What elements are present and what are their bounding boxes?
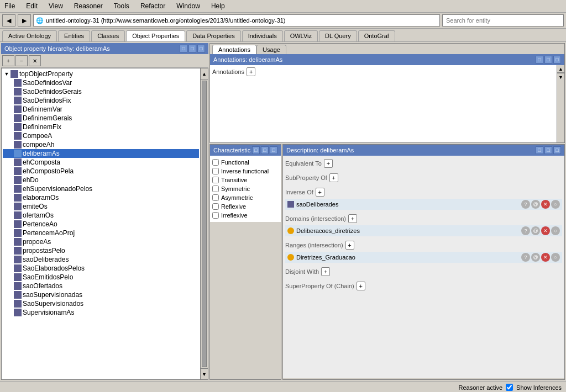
desc-section-add-button[interactable]: + [316, 188, 324, 197]
desc-at-button[interactable]: @ [531, 253, 540, 262]
tree-area[interactable]: ▼ topObjectProperty SaoDefinidosVarSaoDe… [1, 68, 208, 380]
desc-icon-2[interactable]: □ [544, 146, 552, 154]
tree-item[interactable]: PertenceAo [3, 220, 199, 229]
tree-item[interactable]: deliberamAs [3, 149, 199, 158]
char-icon-2[interactable]: □ [261, 146, 269, 154]
tree-item[interactable]: saoOfertados [3, 282, 199, 290]
search-input[interactable] [442, 14, 564, 27]
scroll-up[interactable]: ▲ [201, 68, 208, 80]
desc-at-button[interactable]: @ [531, 226, 540, 235]
characteristic-checkbox[interactable] [212, 186, 219, 192]
tree-panel-icon-2[interactable]: □ [188, 45, 196, 52]
tree-item-root[interactable]: ▼ topObjectProperty [3, 70, 199, 78]
tree-remove-button[interactable]: − [15, 55, 28, 66]
ann-scrollbar[interactable]: ▲ ▼ [557, 65, 564, 142]
ann-scroll-down[interactable]: ▼ [557, 73, 564, 81]
tree-item[interactable]: SaoEmitidosPelo [3, 273, 199, 282]
tree-item[interactable]: SaoSupervisionados [3, 299, 199, 308]
tree-item[interactable]: DefininemVar [3, 105, 199, 114]
tree-item[interactable]: propostasPelo [3, 246, 199, 255]
tree-item[interactable]: ehSupervisionadoPelos [3, 184, 199, 193]
desc-info-button[interactable]: ? [521, 200, 530, 209]
desc-icon-3[interactable]: □ [553, 146, 561, 154]
desc-section-add-button[interactable]: + [345, 241, 354, 250]
ann-icon-1[interactable]: □ [536, 56, 543, 63]
tab-entities[interactable]: Entities [58, 30, 90, 41]
desc-section-add-button[interactable]: + [348, 214, 357, 223]
desc-remove-button[interactable]: ✕ [541, 200, 550, 209]
tree-item[interactable]: elaboramOs [3, 193, 199, 202]
scroll-down[interactable]: ▼ [201, 368, 208, 379]
desc-section-add-button[interactable]: + [324, 159, 333, 168]
menu-window[interactable]: Window [174, 1, 202, 11]
menu-tools[interactable]: Tools [112, 1, 132, 11]
tab-classes[interactable]: Classes [91, 30, 125, 41]
tree-item[interactable]: SaoDefinidosVar [3, 78, 199, 87]
tree-panel-icon-1[interactable]: □ [180, 45, 187, 52]
desc-section-add-button[interactable]: + [321, 267, 330, 276]
annotations-add-button[interactable]: + [247, 67, 255, 76]
scroll-thumb[interactable] [202, 81, 207, 367]
char-icon-3[interactable]: □ [270, 146, 277, 154]
back-button[interactable]: ◀ [2, 14, 15, 27]
tab-individuals[interactable]: Individuals [242, 30, 283, 41]
menu-help[interactable]: Help [209, 1, 227, 11]
desc-remove-button[interactable]: ✕ [541, 226, 550, 235]
ann-icon-2[interactable]: □ [544, 56, 552, 63]
tree-item[interactable]: compoeAh [3, 140, 199, 149]
tab-usage[interactable]: Usage [256, 45, 286, 54]
tree-item[interactable]: PertencemAoProj [3, 229, 199, 237]
menu-reasoner[interactable]: Reasoner [72, 1, 105, 11]
menu-refactor[interactable]: Refactor [138, 1, 167, 11]
characteristic-checkbox[interactable] [212, 194, 219, 201]
characteristic-checkbox[interactable] [212, 177, 219, 183]
tree-item[interactable]: CompoeA [3, 131, 199, 140]
desc-remove-button[interactable]: ✕ [541, 253, 550, 262]
tab-ontograf[interactable]: OntoGraf [358, 30, 395, 41]
tree-item[interactable]: DefininemFix [3, 123, 199, 131]
characteristic-checkbox[interactable] [212, 203, 219, 210]
menu-edit[interactable]: Edit [24, 1, 40, 11]
tree-item[interactable]: SaoElaboradosPelos [3, 264, 199, 273]
tree-item[interactable]: ehDo [3, 176, 199, 184]
tab-owlviz[interactable]: OWLViz [284, 30, 318, 41]
desc-at-button[interactable]: @ [531, 200, 540, 209]
characteristic-checkbox[interactable] [212, 212, 219, 219]
menu-view[interactable]: View [46, 1, 65, 11]
characteristic-checkbox[interactable] [212, 159, 219, 166]
tab-object-properties[interactable]: Object Properties [126, 30, 185, 41]
desc-close-button[interactable]: ○ [551, 226, 560, 235]
characteristic-checkbox[interactable] [212, 168, 219, 174]
url-bar[interactable]: 🌐 untitled-ontology-31 (http://www.seman… [33, 14, 440, 27]
ann-icon-3[interactable]: □ [553, 56, 561, 63]
desc-section-add-button[interactable]: + [357, 282, 365, 290]
tree-item[interactable]: SaoDefinidosGerais [3, 87, 199, 96]
tree-item[interactable]: saoSupervisionadas [3, 290, 199, 299]
tab-data-properties[interactable]: Data Properties [186, 30, 240, 41]
tree-delete-button[interactable]: ✕ [29, 55, 41, 66]
tree-item[interactable]: SaoDefinidosFix [3, 96, 199, 105]
ann-scroll-up[interactable]: ▲ [557, 65, 564, 73]
tree-scrollbar[interactable]: ▲ ▼ [200, 68, 208, 379]
tab-annotations[interactable]: Annotations [212, 45, 256, 54]
tab-active-ontology[interactable]: Active Ontology [2, 30, 57, 41]
desc-section-add-button[interactable]: + [329, 173, 338, 182]
char-icon-1[interactable]: □ [252, 146, 260, 154]
tree-panel-icon-3[interactable]: □ [197, 45, 205, 52]
tab-dl-query[interactable]: DL Query [319, 30, 357, 41]
tree-item[interactable]: ehComposta [3, 158, 199, 167]
desc-close-button[interactable]: ○ [551, 200, 560, 209]
tree-item[interactable]: emiteOs [3, 202, 199, 211]
desc-icon-1[interactable]: □ [536, 146, 543, 154]
desc-close-button[interactable]: ○ [551, 253, 560, 262]
forward-button[interactable]: ▶ [18, 14, 31, 27]
tree-item[interactable]: ehCompostoPela [3, 167, 199, 176]
tree-item[interactable]: saoDeliberades [3, 255, 199, 264]
tree-item[interactable]: propoeAs [3, 237, 199, 246]
tree-item[interactable]: DefininemGerais [3, 114, 199, 123]
tree-item[interactable]: ofertamOs [3, 211, 199, 220]
desc-info-button[interactable]: ? [521, 226, 530, 235]
show-inferences-checkbox[interactable] [506, 384, 513, 391]
desc-info-button[interactable]: ? [521, 253, 530, 262]
tree-add-button[interactable]: + [2, 55, 14, 66]
